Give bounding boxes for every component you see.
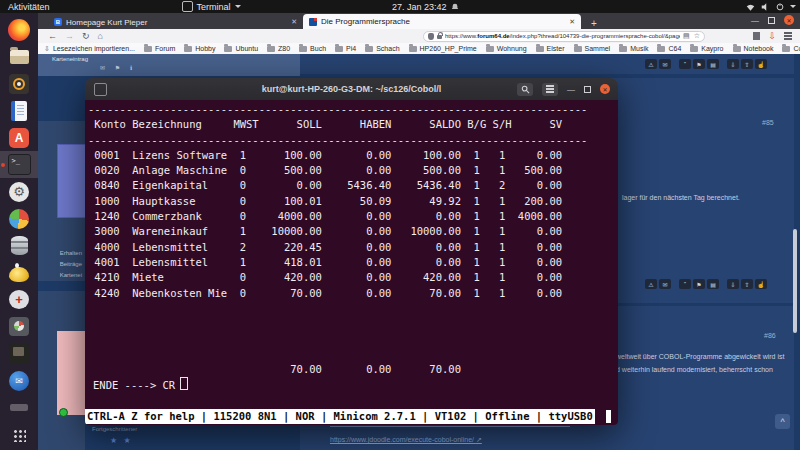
maximize-button[interactable] [768, 17, 775, 24]
dock-icon-dimapp[interactable] [0, 394, 38, 421]
close-window-button[interactable]: ✕ [600, 84, 610, 94]
terminal-titlebar[interactable]: kurt@kurt-HP-260-G3-DM: ~/sc126/Cobol/l … [85, 78, 618, 101]
home-button[interactable]: ⌂ [98, 31, 103, 41]
bookmark-item[interactable]: Cobol [782, 45, 800, 52]
dock-icon-lamp[interactable] [0, 259, 38, 286]
url-text: https://www.forum64.de/index.php?thread/… [445, 33, 680, 39]
dock-icon-terminal[interactable] [0, 151, 38, 178]
new-tab-icon[interactable] [94, 83, 107, 96]
app-menu[interactable]: Terminal [182, 1, 241, 12]
bookmark-label: Cobol [793, 45, 800, 52]
dock-icon-software[interactable] [0, 124, 38, 151]
dock-icon-firefox[interactable] [0, 16, 38, 43]
dock-icon-settings[interactable] [0, 178, 38, 205]
dock-icon-database[interactable] [0, 232, 38, 259]
scroll-to-top-button[interactable]: ^ [775, 414, 790, 429]
status-cursor-block [606, 410, 611, 423]
tab-homepage[interactable]: B Homepage Kurt Pieper ✕ [48, 15, 303, 29]
quote-icon[interactable]: ” [679, 279, 691, 289]
bookmark-item[interactable]: Sammel [574, 45, 611, 52]
obscured-link[interactable] [330, 426, 570, 427]
bookmark-item[interactable]: C64 [657, 45, 681, 52]
bookmark-item[interactable]: HP260_HP_Prime [409, 45, 477, 52]
bookmark-item[interactable]: Ubuntu [224, 45, 258, 52]
post-header-band: Karteneintrag ✉ ⚑ ℹ [38, 54, 300, 76]
dock-icon-rhythmbox[interactable] [0, 70, 38, 97]
tab-title: Die Programmiersprache [321, 17, 565, 26]
dock-icon-disks[interactable] [0, 313, 38, 340]
collapse-icon[interactable]: ⇩ [727, 279, 739, 289]
forward-button[interactable]: → [65, 31, 74, 41]
software-icon [9, 128, 29, 148]
jdoodle-link[interactable]: https://www.jdoodle.com/execute-cobol-on… [330, 436, 482, 444]
user-rank: Fortgeschrittener [92, 426, 137, 432]
menu-hamburger-icon[interactable] [784, 35, 792, 37]
bookmark-item[interactable]: Hobby [184, 45, 215, 52]
dock-icon-mouse[interactable] [0, 286, 38, 313]
bookmark-item[interactable]: Schach [365, 45, 399, 52]
bookmark-item[interactable]: Buch [299, 45, 326, 52]
maximize-button[interactable] [584, 86, 591, 93]
expand-icon[interactable]: ⇧ [741, 279, 753, 289]
bookmark-item[interactable]: Z80 [267, 45, 290, 52]
close-tab-icon[interactable]: ✕ [291, 18, 297, 26]
database-icon [11, 236, 28, 255]
new-tab-button[interactable]: + [591, 18, 597, 29]
url-bar[interactable]: https://www.forum64.de/index.php?thread/… [423, 31, 705, 42]
back-button[interactable]: ← [48, 31, 57, 41]
expand-icon[interactable]: ⇧ [741, 59, 753, 69]
bookmark-item[interactable]: Musik [619, 45, 648, 52]
bookmark-item[interactable]: Wohnung [486, 45, 527, 52]
comment-icon[interactable]: ✉ [659, 59, 671, 69]
report-icon[interactable]: ⚠ [645, 279, 657, 289]
menu-button[interactable] [542, 83, 558, 96]
firefox-icon [8, 19, 30, 41]
bookmark-star-icon[interactable]: ☆ [694, 32, 700, 40]
clock[interactable]: 27. Jan 23:42 [392, 0, 459, 13]
reload-button[interactable]: ↻ [82, 31, 90, 41]
external-link-icon: ↗ [476, 436, 482, 443]
system-status-area[interactable] [746, 0, 796, 13]
bookmark-item[interactable]: Kaypro [690, 45, 723, 52]
copy-icon[interactable]: ▤ [707, 279, 719, 289]
download-icon[interactable]: ⇩ [768, 31, 776, 41]
bookmark-item[interactable]: Elster [536, 45, 565, 52]
dock-icon-showapps[interactable] [0, 421, 38, 448]
bookmark-label: HP260_HP_Prime [420, 45, 477, 52]
dock-icon-baobab[interactable] [0, 205, 38, 232]
minimize-button[interactable]: — [567, 85, 575, 94]
tab-forum64[interactable]: Die Programmiersprache ✕ [303, 14, 581, 29]
like-icon[interactable]: ☝ [755, 59, 767, 69]
clock-label: 27. Jan 23:42 [392, 2, 447, 12]
reader-view-icon[interactable]: ▤ [683, 32, 690, 40]
quote-icon[interactable]: ” [679, 59, 691, 69]
avatar[interactable] [57, 331, 85, 415]
close-window-button[interactable]: ✕ [784, 15, 794, 25]
close-tab-icon[interactable]: ✕ [569, 18, 575, 26]
bookmark-icon[interactable]: ⚑ [693, 59, 705, 69]
dock-icon-thunderbird[interactable] [0, 367, 38, 394]
terminal-screen[interactable]: ----------------------------------------… [85, 100, 618, 425]
bookmark-icon[interactable]: ⚑ [693, 279, 705, 289]
dock-icon-files[interactable] [0, 43, 38, 70]
bookmark-item[interactable]: Pi4 [335, 45, 356, 52]
collapse-icon[interactable]: ⇩ [727, 59, 739, 69]
post-text: lager für den nächsten Tag berechnet. [622, 191, 740, 204]
like-icon[interactable]: ☝ [755, 279, 767, 289]
avatar[interactable] [57, 144, 87, 218]
power-icon [776, 3, 784, 11]
copy-icon[interactable]: ▤ [707, 59, 719, 69]
search-button[interactable] [517, 83, 533, 96]
activities-button[interactable]: Aktivitäten [8, 2, 50, 12]
dock-icon-writer[interactable] [0, 97, 38, 124]
bookmark-item[interactable]: Forum [144, 45, 175, 52]
scrollbar-thumb[interactable] [793, 229, 797, 333]
report-icon[interactable]: ⚠ [645, 59, 657, 69]
comment-icon[interactable]: ✉ [659, 279, 671, 289]
bookmark-item[interactable]: ⇩Lesezeichen importieren... [44, 45, 135, 53]
minimize-button[interactable]: — [751, 16, 759, 25]
shield-icon[interactable] [428, 33, 434, 40]
adblock-shield-icon[interactable] [753, 32, 760, 40]
dock-icon-eboard[interactable] [0, 340, 38, 367]
bookmark-item[interactable]: Notebook [733, 45, 774, 52]
